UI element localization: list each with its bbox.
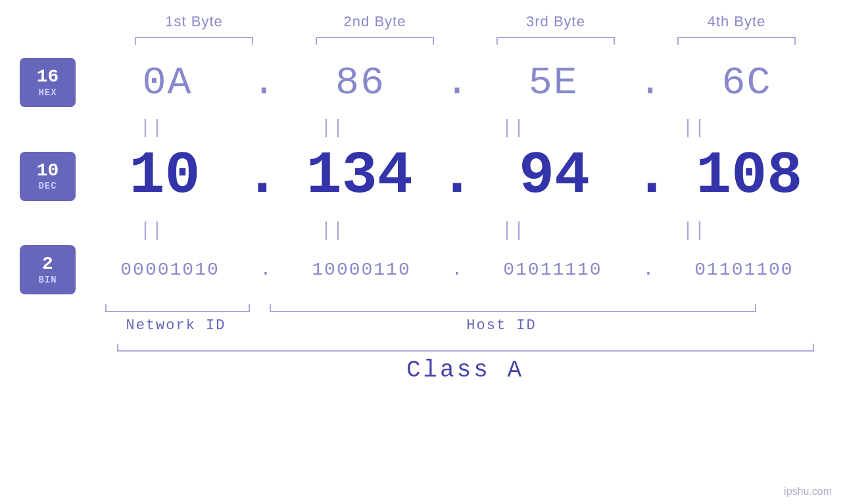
- dec-row: 10 DEC 10 . 134 . 94 . 108: [0, 143, 845, 210]
- main-container: 1st Byte 2nd Byte 3rd Byte 4th Byte 16 H…: [0, 0, 845, 504]
- dec-byte-2: 134: [306, 143, 413, 210]
- equals-1-4: ||: [621, 117, 766, 139]
- hex-values: 0A . 86 . 5E . 6C: [89, 60, 825, 105]
- hex-dot-2: .: [445, 60, 469, 105]
- equals-row-2: || || || ||: [61, 219, 785, 242]
- bin-byte-3: 01011110: [503, 260, 602, 280]
- host-id-label: Host ID: [258, 317, 745, 334]
- dec-values: 10 . 134 . 94 . 108: [89, 143, 825, 210]
- dec-dot-1: .: [245, 150, 280, 203]
- dec-dot-3: .: [634, 150, 669, 203]
- hex-byte-3: 5E: [529, 60, 579, 105]
- class-bracket: [117, 344, 814, 352]
- equals-2-2: ||: [260, 219, 404, 242]
- equals-1-1: ||: [79, 117, 224, 139]
- dec-base-num: 10: [37, 161, 59, 181]
- network-bracket: [105, 304, 250, 312]
- hex-base-num: 16: [37, 67, 59, 87]
- bin-dot-2: .: [452, 260, 463, 280]
- watermark: ipshu.com: [784, 486, 832, 497]
- hex-dot-3: .: [639, 60, 662, 105]
- dec-base-label: DEC: [38, 181, 57, 191]
- equals-row-1: || || || ||: [61, 117, 785, 139]
- dec-badge: 10 DEC: [20, 152, 76, 201]
- bin-byte-4: 01101100: [694, 260, 793, 280]
- byte-headers: 1st Byte 2nd Byte 3rd Byte 4th Byte: [104, 13, 827, 30]
- hex-byte-2: 86: [335, 60, 385, 105]
- equals-2-4: ||: [621, 219, 766, 242]
- bracket-top-2: [316, 37, 434, 45]
- bottom-brackets: [105, 304, 829, 312]
- class-label-row: Class A: [104, 357, 827, 384]
- bin-dot-1: .: [260, 260, 272, 280]
- byte-label-2: 2nd Byte: [302, 13, 447, 30]
- hex-badge: 16 HEX: [20, 58, 76, 107]
- dec-byte-3: 94: [519, 143, 590, 210]
- equals-1-2: ||: [260, 117, 404, 139]
- network-id-label: Network ID: [104, 317, 249, 334]
- bin-base-num: 2: [42, 254, 53, 275]
- hex-byte-4: 6C: [722, 60, 772, 105]
- top-brackets: [104, 37, 827, 45]
- dec-byte-4: 108: [696, 143, 802, 210]
- equals-1-3: ||: [441, 117, 585, 139]
- bracket-top-3: [496, 37, 615, 45]
- hex-row: 16 HEX 0A . 86 . 5E . 6C: [0, 58, 845, 107]
- equals-2-1: ||: [79, 219, 224, 242]
- byte-label-3: 3rd Byte: [483, 13, 628, 30]
- bracket-top-1: [135, 37, 253, 45]
- bin-byte-1: 00001010: [120, 260, 219, 280]
- bin-dot-3: .: [643, 260, 654, 280]
- byte-label-4: 4th Byte: [664, 13, 809, 30]
- dec-dot-2: .: [439, 150, 475, 203]
- class-label: Class A: [406, 357, 524, 384]
- hex-dot-1: .: [252, 60, 276, 105]
- byte-label-1: 1st Byte: [122, 13, 266, 30]
- id-labels-row: Network ID Host ID: [104, 317, 827, 334]
- equals-2-3: ||: [441, 219, 585, 242]
- hex-byte-1: 0A: [142, 60, 192, 105]
- dec-byte-1: 10: [130, 143, 201, 210]
- bin-base-label: BIN: [38, 275, 57, 285]
- bracket-top-4: [677, 37, 796, 45]
- bin-values: 00001010 . 10000110 . 01011110 . 0110110…: [89, 260, 825, 280]
- host-bracket: [270, 304, 756, 312]
- bin-byte-2: 10000110: [312, 260, 410, 280]
- bin-row: 2 BIN 00001010 . 10000110 . 01011110 . 0…: [0, 245, 845, 294]
- bin-badge: 2 BIN: [20, 245, 76, 294]
- hex-base-label: HEX: [38, 87, 57, 98]
